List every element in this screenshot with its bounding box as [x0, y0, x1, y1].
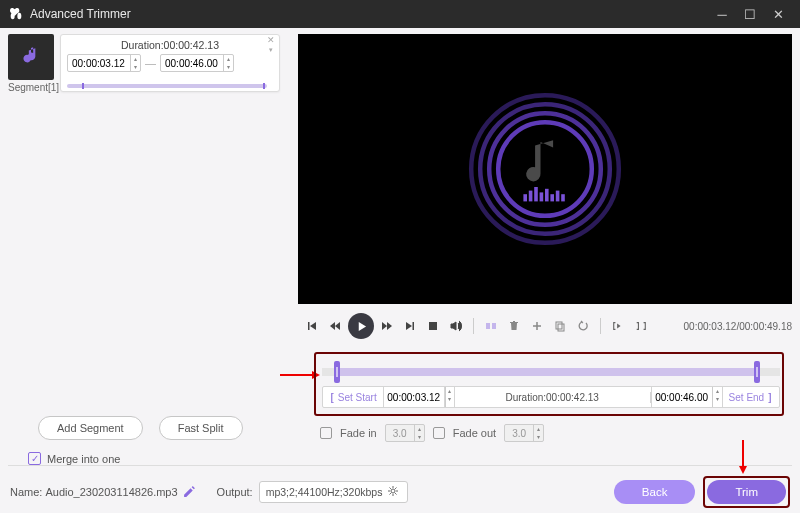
- svg-rect-15: [486, 323, 490, 329]
- output-format-box[interactable]: mp3;2;44100Hz;320kbps: [259, 481, 409, 503]
- name-label: Name:: [10, 486, 42, 498]
- fade-in-field[interactable]: ▴▾: [385, 424, 425, 442]
- timeline-track[interactable]: [322, 360, 780, 382]
- minimize-button[interactable]: ─: [708, 7, 736, 22]
- delete-icon[interactable]: [504, 316, 524, 336]
- svg-point-5: [498, 122, 592, 216]
- edit-name-icon[interactable]: [183, 485, 197, 500]
- undo-icon[interactable]: [573, 316, 593, 336]
- segment-mini-track[interactable]: [67, 84, 267, 88]
- back-button[interactable]: Back: [614, 480, 696, 504]
- segment-label: Segment[1]: [8, 82, 59, 93]
- merge-checkbox[interactable]: [28, 452, 41, 465]
- separator: [600, 318, 601, 334]
- svg-rect-17: [556, 322, 562, 329]
- skip-start-icon[interactable]: [302, 316, 322, 336]
- timeline-inputs: [ Set Start ▴▾ Duration:00:00:42.13 ▴▾ S…: [322, 386, 780, 408]
- title-bar: Advanced Trimmer ─ ☐ ✕: [0, 0, 800, 28]
- add-segment-button[interactable]: Add Segment: [38, 416, 143, 440]
- window-title: Advanced Trimmer: [30, 7, 708, 21]
- add-icon[interactable]: [527, 316, 547, 336]
- bracket-out-icon[interactable]: [631, 316, 651, 336]
- trim-highlight: Trim: [703, 476, 790, 508]
- spinner-icon[interactable]: ▴▾: [130, 55, 140, 71]
- svg-rect-11: [550, 194, 554, 201]
- close-button[interactable]: ✕: [764, 7, 792, 22]
- copy-icon[interactable]: [550, 316, 570, 336]
- time-readout: 00:00:03.12/00:00:49.18: [684, 321, 792, 332]
- next-frame-icon[interactable]: [377, 316, 397, 336]
- svg-point-2: [471, 95, 619, 243]
- output-value: mp3;2;44100Hz;320kbps: [266, 486, 383, 498]
- segment-panel: Segment[1] ✕▾ Duration:00:00:42.13 ▴▾ — …: [8, 34, 286, 454]
- annotation-arrow: [280, 374, 314, 376]
- volume-icon[interactable]: [446, 316, 466, 336]
- segment-duration: Duration:00:00:42.13: [67, 39, 273, 51]
- fade-in-checkbox[interactable]: [320, 427, 332, 439]
- segment-close-icon[interactable]: ✕▾: [265, 36, 277, 48]
- footer: Name: Audio_230203114826.mp3 Output: mp3…: [10, 476, 790, 508]
- merge-row: Merge into one: [28, 452, 120, 465]
- segment-start-field[interactable]: ▴▾: [67, 54, 141, 72]
- timeline-handle-end[interactable]: [754, 361, 760, 383]
- svg-point-0: [11, 13, 15, 20]
- fade-out-label: Fade out: [453, 427, 496, 439]
- merge-label: Merge into one: [47, 453, 120, 465]
- set-start-button[interactable]: [ Set Start: [323, 387, 384, 407]
- gear-icon[interactable]: [387, 485, 401, 499]
- segment-thumbnail[interactable]: [8, 34, 54, 80]
- stop-icon[interactable]: [423, 316, 443, 336]
- svg-rect-10: [545, 189, 549, 202]
- svg-rect-9: [540, 192, 544, 201]
- svg-point-19: [391, 489, 395, 493]
- play-button[interactable]: [348, 313, 374, 339]
- segment-card[interactable]: ✕▾ Duration:00:00:42.13 ▴▾ — ▴▾: [60, 34, 280, 92]
- app-logo-icon: [8, 6, 24, 22]
- fade-row: Fade in ▴▾ Fade out ▴▾: [320, 424, 544, 442]
- svg-rect-18: [558, 324, 564, 331]
- range-dash: —: [145, 57, 156, 69]
- svg-point-4: [489, 113, 601, 225]
- prev-frame-icon[interactable]: [325, 316, 345, 336]
- svg-rect-13: [561, 194, 565, 201]
- segment-end-field[interactable]: ▴▾: [160, 54, 234, 72]
- spinner-icon[interactable]: ▴▾: [414, 425, 424, 441]
- divider: [8, 465, 792, 466]
- spinner-icon[interactable]: ▴▾: [223, 55, 233, 71]
- svg-point-1: [17, 13, 21, 20]
- segment-start-input[interactable]: [68, 58, 130, 69]
- fast-split-button[interactable]: Fast Split: [159, 416, 243, 440]
- separator: [473, 318, 474, 334]
- timeline-selection[interactable]: [336, 368, 756, 376]
- svg-rect-16: [492, 323, 496, 329]
- svg-rect-7: [529, 191, 533, 202]
- set-end-button[interactable]: Set End ]: [722, 387, 779, 407]
- segment-end-input[interactable]: [161, 58, 223, 69]
- output-label: Output:: [217, 486, 253, 498]
- skip-end-icon[interactable]: [400, 316, 420, 336]
- cut-icon[interactable]: [481, 316, 501, 336]
- spinner-icon[interactable]: ▴▾: [712, 387, 722, 407]
- spinner-icon[interactable]: ▴▾: [533, 425, 543, 441]
- trim-button[interactable]: Trim: [707, 480, 786, 504]
- bracket-in-icon[interactable]: [608, 316, 628, 336]
- svg-rect-8: [534, 187, 538, 201]
- annotation-arrow: [742, 440, 744, 468]
- svg-rect-12: [556, 191, 560, 202]
- name-value: Audio_230203114826.mp3: [45, 486, 177, 498]
- fade-out-field[interactable]: ▴▾: [504, 424, 544, 442]
- fade-out-checkbox[interactable]: [433, 427, 445, 439]
- end-time-field[interactable]: [651, 387, 712, 407]
- timeline-section: [ Set Start ▴▾ Duration:00:00:42.13 ▴▾ S…: [314, 352, 784, 416]
- spinner-icon[interactable]: ▴▾: [445, 387, 455, 407]
- timeline-handle-start[interactable]: [334, 361, 340, 383]
- svg-rect-14: [429, 322, 437, 330]
- fade-in-label: Fade in: [340, 427, 377, 439]
- maximize-button[interactable]: ☐: [736, 7, 764, 22]
- audio-preview: [298, 34, 792, 304]
- svg-rect-6: [523, 194, 527, 201]
- player-controls: 00:00:03.12/00:00:49.18: [302, 312, 792, 340]
- start-time-field[interactable]: [384, 387, 445, 407]
- timeline-duration: Duration:00:00:42.13: [455, 392, 651, 403]
